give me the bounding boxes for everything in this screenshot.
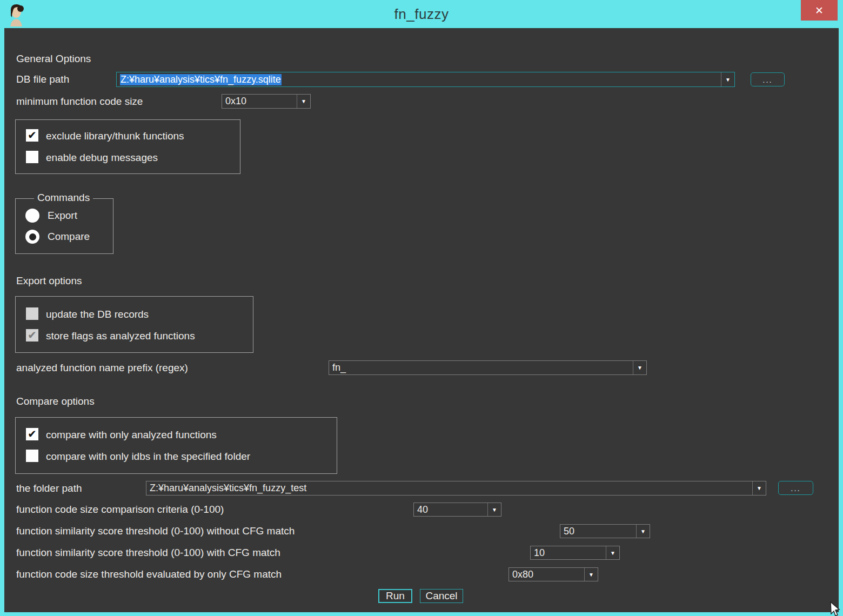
chevron-down-icon[interactable]: ▼ [487, 503, 501, 516]
close-button[interactable]: ✕ [801, 0, 838, 21]
debug-messages-label: enable debug messages [46, 152, 158, 164]
compare-checkbox-group [15, 417, 337, 474]
prefix-label: analyzed function name prefix (regex) [16, 362, 188, 374]
exclude-library-checkbox[interactable]: ✔ [26, 129, 38, 142]
size-cfg-only-value[interactable]: 0x80 [509, 569, 584, 580]
fn-fuzzy-dialog: fn_fuzzy ✕ General Options DB file path … [0, 0, 843, 616]
general-checkbox-group [15, 119, 240, 174]
check-icon: ✔ [28, 130, 37, 140]
code-size-criteria-combobox[interactable]: 40 ▼ [413, 503, 501, 517]
only-idbs-label: compare with only idbs in the specified … [46, 451, 250, 463]
store-flags-checkbox[interactable]: ✔ [26, 329, 38, 342]
general-options-heading: General Options [16, 53, 91, 65]
min-code-size-value[interactable]: 0x10 [222, 96, 297, 107]
store-flags-label: store flags as analyzed functions [46, 330, 195, 342]
only-analyzed-label: compare with only analyzed functions [46, 429, 217, 441]
close-icon: ✕ [815, 4, 824, 17]
export-radio-label: Export [48, 210, 77, 222]
chevron-down-icon[interactable]: ▼ [584, 568, 598, 581]
min-code-size-combobox[interactable]: 0x10 ▼ [222, 94, 311, 109]
score-with-cfg-combobox[interactable]: 10 ▼ [530, 546, 620, 560]
only-idbs-checkbox[interactable]: ✔ [26, 450, 38, 462]
db-file-path-combobox[interactable]: Z:¥haru¥analysis¥tics¥fn_fuzzy.sqlite ▼ [116, 72, 735, 87]
db-file-path-browse-button[interactable]: ... [751, 72, 785, 86]
chevron-down-icon[interactable]: ▼ [721, 72, 734, 86]
compare-radio-label: Compare [48, 231, 90, 243]
score-no-cfg-label: function similarity score threshold (0-1… [16, 525, 295, 537]
commands-legend: Commands [34, 192, 93, 204]
export-options-heading: Export options [16, 275, 82, 287]
debug-messages-checkbox[interactable]: ✔ [26, 151, 38, 163]
chevron-down-icon[interactable]: ▼ [297, 95, 310, 108]
only-analyzed-checkbox[interactable]: ✔ [26, 428, 38, 440]
db-file-path-value[interactable]: Z:¥haru¥analysis¥tics¥fn_fuzzy.sqlite [117, 74, 721, 85]
run-button[interactable]: Run [378, 589, 412, 603]
cancel-button[interactable]: Cancel [420, 589, 463, 603]
score-with-cfg-value[interactable]: 10 [531, 547, 606, 559]
size-cfg-only-label: function code size threshold evaluated b… [16, 568, 282, 580]
folder-path-label: the folder path [16, 483, 82, 494]
code-size-criteria-label: function code size comparison criteria (… [16, 504, 224, 515]
check-icon: ✔ [28, 330, 37, 340]
code-size-criteria-value[interactable]: 40 [414, 504, 487, 515]
window-title: fn_fuzzy [0, 6, 843, 23]
export-checkbox-group [15, 296, 253, 353]
score-no-cfg-value[interactable]: 50 [560, 526, 636, 537]
db-file-path-label: DB file path [16, 73, 69, 85]
update-db-checkbox[interactable]: ✔ [26, 307, 38, 320]
folder-path-value[interactable]: Z:¥haru¥analysis¥tics¥fn_fuzzy_test [146, 483, 752, 494]
check-icon: ✔ [28, 428, 37, 439]
chevron-down-icon[interactable]: ▼ [752, 481, 766, 495]
exclude-library-label: exclude library/thunk functions [46, 130, 184, 142]
chevron-down-icon[interactable]: ▼ [636, 525, 650, 538]
folder-path-combobox[interactable]: Z:¥haru¥analysis¥tics¥fn_fuzzy_test ▼ [146, 481, 766, 496]
prefix-value[interactable]: fn_ [329, 362, 633, 373]
chevron-down-icon[interactable]: ▼ [606, 546, 619, 559]
score-with-cfg-label: function similarity score threshold (0-1… [16, 547, 280, 559]
folder-path-browse-button[interactable]: ... [778, 481, 813, 495]
mouse-cursor [829, 601, 843, 616]
score-no-cfg-combobox[interactable]: 50 ▼ [560, 524, 650, 538]
radio-dot [29, 233, 36, 240]
compare-options-heading: Compare options [16, 396, 95, 407]
export-radio[interactable] [25, 209, 39, 223]
db-file-path-selected-text: Z:¥haru¥analysis¥tics¥fn_fuzzy.sqlite [120, 74, 282, 85]
commands-groupbox: Commands [15, 198, 113, 254]
min-code-size-label: minimum function code size [16, 96, 143, 108]
update-db-label: update the DB records [46, 309, 149, 320]
chevron-down-icon[interactable]: ▼ [633, 361, 646, 374]
prefix-combobox[interactable]: fn_ ▼ [329, 360, 647, 375]
size-cfg-only-combobox[interactable]: 0x80 ▼ [509, 567, 598, 581]
compare-radio[interactable] [25, 230, 39, 244]
